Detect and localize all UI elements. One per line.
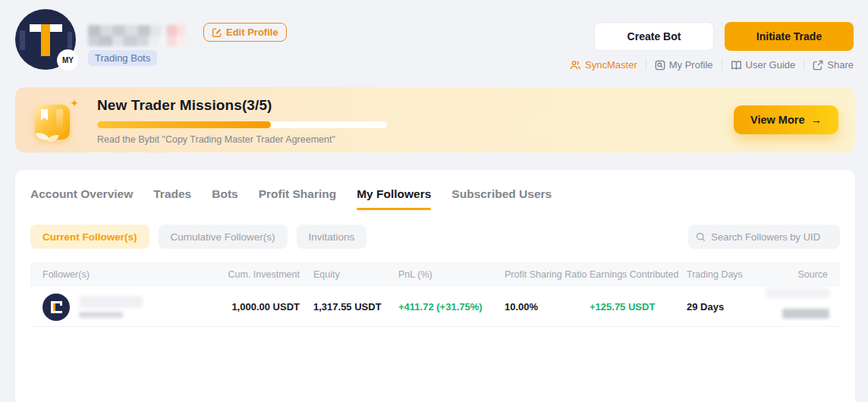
- missions-title: New Trader Missions(3/5): [97, 97, 387, 114]
- pnl-value: +411.72 (+31.75%): [398, 301, 505, 312]
- trader-avatar[interactable]: MY: [15, 9, 76, 70]
- share-link[interactable]: Share: [813, 59, 854, 71]
- main-card: Account Overview Trades Bots Profit Shar…: [15, 170, 855, 402]
- follower-name-blurred: [79, 296, 143, 318]
- missions-progress-fill: [97, 121, 271, 128]
- filter-current-followers[interactable]: Current Follower(s): [30, 225, 149, 249]
- filter-invitations[interactable]: Invitations: [297, 225, 367, 249]
- book-icon: [731, 60, 742, 71]
- tab-my-followers[interactable]: My Followers: [357, 187, 431, 210]
- missions-description: Read the Bybit "Copy Trading Master Trad…: [97, 134, 387, 145]
- source-cell: [778, 287, 828, 327]
- arrow-right-icon: →: [811, 114, 822, 126]
- share-icon: [813, 60, 823, 71]
- followers-table-header: Follower(s) Cum. Investment Equity PnL (…: [30, 262, 840, 287]
- search-followers-box[interactable]: [688, 225, 840, 249]
- edit-pencil-icon: [212, 27, 222, 38]
- create-bot-button[interactable]: Create Bot: [594, 22, 714, 51]
- divider: [646, 60, 646, 70]
- divider: [804, 60, 804, 70]
- follower-cell: [42, 294, 212, 321]
- follower-filters-row: Current Follower(s) Cumulative Follower(…: [30, 225, 840, 249]
- follower-avatar-icon: [42, 294, 70, 321]
- tab-trades[interactable]: Trades: [153, 187, 191, 210]
- trader-missions-banner: ✦ New Trader Missions(3/5) Read the Bybi…: [15, 87, 855, 152]
- col-earnings-contributed: Earnings Contributed: [590, 269, 687, 280]
- tab-account-overview[interactable]: Account Overview: [30, 187, 133, 210]
- cum-investment-value: 1,000.00 USDT: [212, 301, 300, 312]
- profile-search-icon: [655, 60, 665, 71]
- tab-subscribed-users[interactable]: Subscribed Users: [451, 187, 552, 210]
- col-equity: Equity: [300, 269, 398, 280]
- trader-name-blurred: [88, 25, 185, 46]
- missions-book-icon: ✦: [35, 100, 76, 141]
- initiate-trade-button[interactable]: Initiate Trade: [725, 22, 854, 51]
- profit-sharing-ratio-value: 10.00%: [505, 301, 590, 312]
- table-row[interactable]: 1,000.00 USDT 1,317.55 USDT +411.72 (+31…: [30, 287, 840, 327]
- search-followers-input[interactable]: [711, 231, 832, 243]
- my-badge: MY: [58, 50, 78, 71]
- tab-bots[interactable]: Bots: [212, 187, 237, 210]
- people-icon: [570, 60, 581, 71]
- col-source: Source: [778, 269, 828, 280]
- earnings-contributed-value: +125.75 USDT: [590, 301, 687, 312]
- divider: [722, 60, 722, 70]
- filter-cumulative-followers[interactable]: Cumulative Follower(s): [159, 225, 288, 249]
- edit-profile-button[interactable]: Edit Profile: [203, 23, 287, 42]
- equity-value: 1,317.55 USDT: [300, 301, 398, 312]
- edit-profile-label: Edit Profile: [226, 27, 278, 38]
- main-tabs: Account Overview Trades Bots Profit Shar…: [30, 170, 840, 210]
- syncmaster-link[interactable]: SyncMaster: [570, 59, 637, 71]
- view-more-button[interactable]: View More →: [734, 105, 838, 134]
- sparkle-icon: ✦: [70, 97, 79, 109]
- col-trading-days: Trading Days: [687, 269, 778, 280]
- my-profile-link[interactable]: My Profile: [655, 59, 713, 71]
- col-followers: Follower(s): [42, 269, 212, 280]
- copy-trading-dashboard: MY Trading Bots Edit Profile Create Bot …: [0, 0, 868, 402]
- trading-days-value: 29 Days: [687, 301, 778, 312]
- col-pnl: PnL (%): [398, 269, 505, 280]
- source-blurred: [766, 288, 829, 319]
- missions-progress-bar: [97, 121, 387, 128]
- search-icon: [696, 231, 706, 243]
- user-guide-link[interactable]: User Guide: [731, 59, 796, 71]
- col-cum-investment: Cum. Investment: [212, 269, 300, 280]
- header-links: SyncMaster My Profile User Guide: [570, 59, 854, 71]
- profile-header: MY Trading Bots Edit Profile Create Bot …: [0, 0, 868, 85]
- tab-profit-sharing[interactable]: Profit Sharing: [259, 187, 336, 210]
- col-profit-sharing-ratio: Profit Sharing Ratio: [505, 269, 590, 280]
- trading-bots-tag: Trading Bots: [88, 50, 157, 66]
